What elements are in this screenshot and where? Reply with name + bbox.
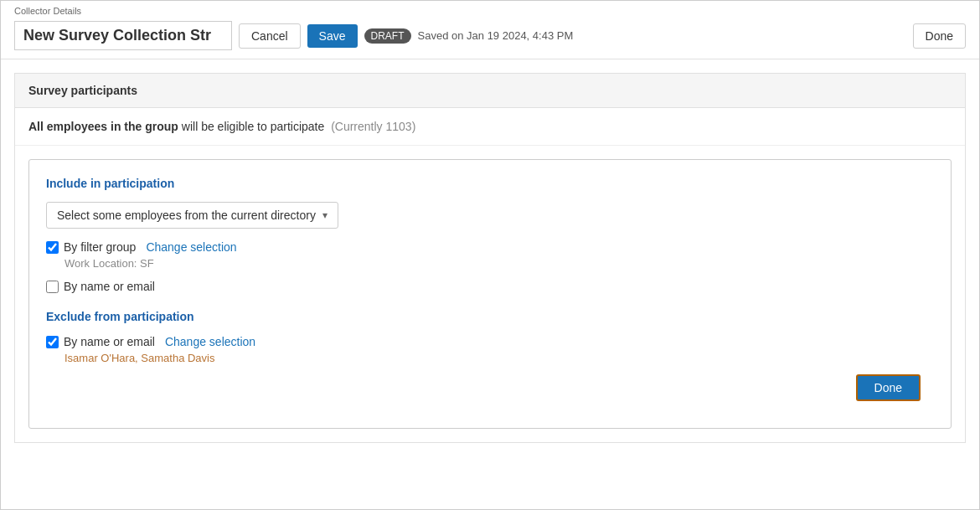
done-bottom-button[interactable]: Done <box>856 374 921 401</box>
eligibility-row: All employees in the group will be eligi… <box>15 108 965 146</box>
exclude-by-name-row: By name or email Change selection <box>46 335 934 348</box>
section-title: Survey participants <box>28 84 137 97</box>
cancel-button[interactable]: Cancel <box>239 23 301 49</box>
content-area: Survey participants All employees in the… <box>1 59 979 509</box>
header-wrapper: Collector Details Cancel Save DRAFT Save… <box>1 1 979 59</box>
main-container: Collector Details Cancel Save DRAFT Save… <box>0 0 980 510</box>
eligibility-strong: All employees in the group <box>28 120 178 133</box>
top-actions-row: Cancel Save DRAFT Saved on Jan 19 2024, … <box>1 16 979 59</box>
done-top-button[interactable]: Done <box>913 23 966 49</box>
dropdown-arrow-icon: ▾ <box>322 209 328 221</box>
filter-group-change-link[interactable]: Change selection <box>146 240 236 254</box>
filter-group-checkbox[interactable] <box>46 241 59 254</box>
participation-card: Include in participation Select some emp… <box>28 159 952 429</box>
exclude-change-link[interactable]: Change selection <box>165 335 255 348</box>
exclude-by-name-checkbox[interactable] <box>46 336 59 348</box>
draft-badge: DRAFT <box>364 28 411 44</box>
filter-group-detail: Work Location: SF <box>64 257 934 270</box>
employee-dropdown[interactable]: Select some employees from the current d… <box>46 202 338 229</box>
include-section: Include in participation Select some emp… <box>46 177 934 293</box>
main-section: All employees in the group will be eligi… <box>14 108 966 443</box>
dropdown-label: Select some employees from the current d… <box>57 209 316 222</box>
exclude-names: Isamar O'Hara, Samatha Davis <box>64 352 934 364</box>
include-title: Include in participation <box>46 177 934 190</box>
exclude-by-name-label: By name or email <box>64 335 155 348</box>
by-name-include-label: By name or email <box>64 280 155 293</box>
by-name-include-row: By name or email <box>46 280 934 293</box>
filter-group-row: By filter group Change selection <box>46 240 934 254</box>
by-name-include-checkbox[interactable] <box>46 281 59 293</box>
eligibility-count: (Currently 1103) <box>331 120 415 133</box>
eligibility-text: All employees in the group will be eligi… <box>28 120 415 133</box>
collector-details-label: Collector Details <box>1 1 979 16</box>
done-row: Done <box>46 364 934 411</box>
saved-text: Saved on Jan 19 2024, 4:43 PM <box>418 29 574 42</box>
survey-participants-header: Survey participants <box>14 73 966 108</box>
filter-group-label: By filter group <box>64 240 136 254</box>
exclude-section: Exclude from participation By name or em… <box>46 310 934 364</box>
collection-name-input[interactable] <box>14 21 232 50</box>
save-button[interactable]: Save <box>307 24 358 48</box>
exclude-title: Exclude from participation <box>46 310 934 323</box>
